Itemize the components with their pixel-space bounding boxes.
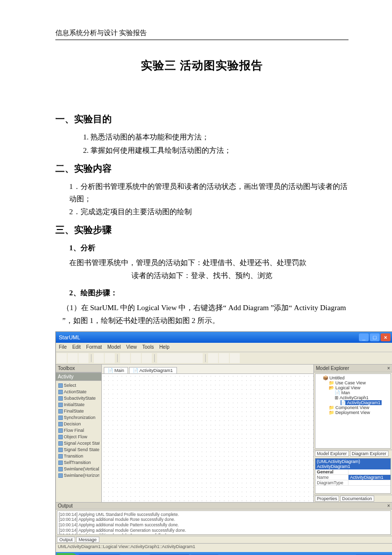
tab-output[interactable]: Output (57, 537, 75, 543)
section-3-heading: 三、实验步骤 (55, 224, 348, 236)
tree-node-selected[interactable]: 📄 ActivityDiagram1 (317, 400, 389, 405)
model-explorer-heading: Model Explorer× (314, 365, 392, 372)
toolbar-button[interactable] (57, 353, 67, 363)
tool-subactivity[interactable]: SubactivityState (58, 395, 99, 402)
tool-transition[interactable]: Transition (58, 453, 99, 460)
maximize-button[interactable]: □ (370, 333, 380, 341)
step-1-line-2: 读者的活动如下：登录、找书、预约、浏览 (55, 270, 348, 282)
toolbar-button[interactable] (208, 353, 218, 363)
status-bar: UMLActivityDiagram1::Logical View::Activ… (56, 543, 392, 552)
section-1-list: 1. 熟悉活动图的基本功能和使用方法； 2. 掌握如何使用建模工具绘制活动图的方… (55, 131, 348, 157)
toolbar-button[interactable] (68, 353, 78, 363)
output-tabs[interactable]: Output Message (56, 536, 392, 543)
tool-flowfinal[interactable]: Flow Final (58, 427, 99, 434)
properties-caption: (UMLActivityDiagram) ActivityDiagram1 (315, 459, 391, 469)
toolbox-panel: Toolbox Activity Select ActionState Suba… (56, 365, 102, 502)
explorer-tabs[interactable]: Model Explorer Diagram Explorer (314, 450, 392, 457)
toolbar-button[interactable] (131, 353, 141, 363)
tab-main[interactable]: 📄 Main (104, 367, 128, 373)
tab-activitydiagram1[interactable]: 📄 ActivityDiagram1 (129, 367, 177, 373)
tool-selftransition[interactable]: SelfTransition (58, 460, 99, 466)
step-2-body: （1）在 StarUML 中的 Logical View 中，右键选择“ Add… (55, 302, 348, 327)
tab-model-explorer[interactable]: Model Explorer (315, 451, 349, 457)
close-button[interactable]: × (381, 333, 391, 341)
toolbar-button[interactable] (142, 353, 152, 363)
window-title: StarUML (59, 334, 80, 340)
right-panels: Model Explorer× 📦 Untitled 📁 Use Case Vi… (313, 365, 392, 502)
main-toolbar[interactable] (56, 352, 392, 365)
tab-documentation[interactable]: Documentation (340, 496, 374, 502)
step-1-line-1: 在图书管理系统中，管理员的活动如下：处理借书、处理还书、处理罚款 (55, 257, 348, 270)
output-panel: Output× [10:00:14] Applying UML Standard… (56, 502, 392, 543)
toolbox-items: Select ActionState SubactivityState Init… (56, 381, 101, 480)
menu-model[interactable]: Model (107, 344, 121, 350)
tool-objectflow[interactable]: Object Flow (58, 434, 99, 440)
tool-initialstate[interactable]: InitialState (58, 402, 99, 408)
properties-panel[interactable]: (UMLActivityDiagram) ActivityDiagram1 Ge… (315, 458, 391, 494)
section-2-body: 1．分析图书管理系统中的管理员和读者的活动状态，画出管理员的活动图与读者的活动图… (55, 181, 348, 219)
properties-tabs[interactable]: Properties Documentation (314, 495, 392, 502)
tool-swimlane-v[interactable]: Swimlane(Vertical) (58, 466, 99, 472)
toolbar-button[interactable] (94, 353, 104, 363)
output-text[interactable]: [10:00:14] Applying UML Standard Profile… (57, 510, 391, 535)
toolbar-button[interactable] (230, 353, 240, 363)
canvas-tabs[interactable]: 📄 Main 📄 ActivityDiagram1 (102, 365, 313, 374)
canvas-area: 📄 Main 📄 ActivityDiagram1 (102, 365, 313, 502)
toolbox-section[interactable]: Activity (56, 372, 101, 381)
tool-decision[interactable]: Decision (58, 421, 99, 427)
menu-tools[interactable]: Tools (142, 344, 154, 350)
tree-root[interactable]: 📦 Untitled (317, 375, 389, 380)
step-2-title: 2、绘图步骤： (69, 287, 348, 300)
step-1-title: 1、分析 (69, 242, 348, 255)
menu-view[interactable]: View (126, 344, 137, 350)
zoom-combo[interactable] (157, 353, 203, 363)
output-heading: Output× (56, 503, 392, 509)
windows-taskbar[interactable]: 开始 日常一下，你... 实验三 — 活... StarUML 🔈 🛡 10:0… (56, 552, 392, 555)
tab-properties[interactable]: Properties (315, 496, 339, 502)
tool-finalstate[interactable]: FinalState (58, 408, 99, 415)
list-item: 1. 熟悉活动图的基本功能和使用方法； (83, 131, 348, 144)
section-2-heading: 二、实验内容 (55, 162, 348, 175)
section-1-heading: 一、实验目的 (55, 113, 348, 125)
tool-sync[interactable]: Synchronization (58, 415, 99, 421)
menu-file[interactable]: File (59, 344, 67, 350)
minimize-button[interactable]: _ (359, 333, 369, 341)
tree-node[interactable]: 📁 Use Case View (317, 380, 389, 385)
tree-node[interactable]: 📁 Deployment View (317, 410, 389, 415)
list-item: 2. 掌握如何使用建模工具绘制活动图的方法； (83, 144, 348, 157)
toolbar-button[interactable] (105, 353, 115, 363)
tool-signal-send[interactable]: Signal Send State (58, 447, 99, 453)
tree-node[interactable]: 📄 Man (317, 390, 389, 395)
figure-1: StarUML _ □ × File Edit Format Model Vie… (55, 331, 348, 555)
toolbar-button[interactable] (219, 353, 229, 363)
toolbox-heading: Toolbox (56, 365, 101, 372)
tab-message[interactable]: Message (76, 537, 99, 543)
main-area: Toolbox Activity Select ActionState Suba… (56, 365, 392, 502)
tool-signal-accept[interactable]: Signal Accept State (58, 440, 99, 447)
menu-format[interactable]: Format (86, 344, 102, 350)
model-explorer-tree[interactable]: 📦 Untitled 📁 Use Case View 📂 Logical Vie… (315, 373, 391, 449)
paragraph: 1．分析图书管理系统中的管理员和读者的活动状态，画出管理员的活动图与读者的活动图… (69, 181, 348, 206)
tool-select[interactable]: Select (58, 382, 99, 389)
paragraph: 2．完成选定项目的主要活动图的绘制 (69, 206, 348, 219)
menu-edit[interactable]: Edit (72, 344, 81, 350)
window-titlebar[interactable]: StarUML _ □ × (56, 332, 392, 343)
start-button[interactable]: 开始 (57, 553, 77, 555)
toolbar-button[interactable] (79, 353, 88, 363)
toolbar-button[interactable] (120, 353, 130, 363)
menu-help[interactable]: Help (159, 344, 170, 350)
document-title: 实验三 活动图实验报告 (55, 58, 348, 73)
tree-node[interactable]: 📁 Component View (317, 405, 389, 410)
tree-node[interactable]: 📂 Logical View (317, 385, 389, 390)
tool-swimlane-h[interactable]: Swimlane(Horizontal) (58, 472, 99, 479)
tool-actionstate[interactable]: ActionState (58, 389, 99, 395)
page: 信息系统分析与设计 实验报告 实验三 活动图实验报告 一、实验目的 1. 熟悉活… (0, 0, 392, 555)
diagram-canvas[interactable] (102, 374, 313, 502)
tab-diagram-explorer[interactable]: Diagram Explorer (350, 451, 389, 457)
tree-node[interactable]: ⊞ ActivityGraph1 (317, 395, 389, 400)
app-window: StarUML _ □ × File Edit Format Model Vie… (55, 331, 392, 555)
page-header: 信息系统分析与设计 实验报告 (55, 29, 348, 40)
menubar[interactable]: File Edit Format Model View Tools Help (56, 343, 392, 352)
